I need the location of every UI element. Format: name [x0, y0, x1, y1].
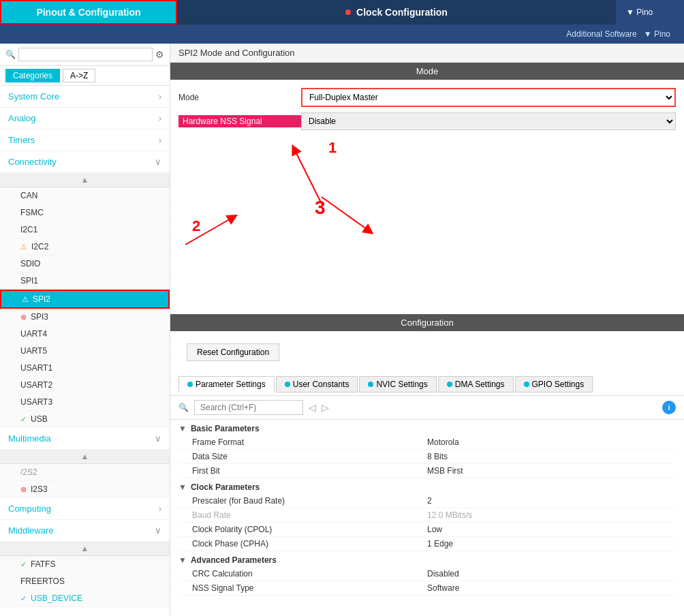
- sidebar-item-uart4[interactable]: UART4: [0, 326, 170, 343]
- search-params-icon: 🔍: [178, 403, 189, 412]
- sidebar-item-sdio[interactable]: SDIO: [0, 256, 170, 273]
- sub-bar: Additional Software ▼ Pino: [0, 25, 684, 44]
- info-circle-icon[interactable]: i: [662, 401, 676, 414]
- sidebar-item-usb[interactable]: ✓ USB: [0, 411, 170, 428]
- i2c1-label: I2C1: [20, 225, 37, 234]
- param-settings-dot: [187, 382, 193, 387]
- sdio-label: SDIO: [20, 259, 40, 268]
- first-bit-label: First Bit: [192, 466, 427, 476]
- clock-params-header[interactable]: ▼ Clock Parameters: [178, 478, 676, 494]
- params-search-input[interactable]: [194, 400, 303, 415]
- mode-select[interactable]: Full-Duplex Master Half-Duplex Master Re…: [302, 89, 674, 106]
- scroll-up-multimedia[interactable]: ▲: [0, 450, 170, 464]
- tab-param-settings-label: Parameter Settings: [196, 380, 266, 389]
- main-layout: 🔍 ⚙ Categories A->Z System Core › Analog…: [0, 44, 684, 616]
- sidebar-item-can[interactable]: CAN: [0, 187, 170, 204]
- connectivity-arrow: ∨: [155, 157, 161, 167]
- arrow-3-svg: [301, 176, 383, 245]
- spi2-warn-icon: ⚠: [22, 295, 29, 304]
- sub-bar-arrow: ▼ Pino: [644, 29, 670, 39]
- sidebar-item-usart1[interactable]: USART1: [0, 360, 170, 377]
- nss-signal-value: Software: [427, 583, 662, 593]
- reset-config-button[interactable]: Reset Configuration: [187, 343, 279, 361]
- top-bar-right[interactable]: ▼ Pino: [616, 0, 684, 25]
- first-bit-value: MSB First: [427, 466, 662, 476]
- sidebar-item-usb-device[interactable]: ✓ USB_DEVICE: [0, 590, 170, 607]
- baud-rate-label: Baud Rate: [192, 510, 427, 520]
- cpha-label: Clock Phase (CPHA): [192, 539, 427, 549]
- tab-parameter-settings[interactable]: Parameter Settings: [178, 376, 275, 392]
- tab-bar: Parameter Settings User Constants NVIC S…: [170, 373, 684, 396]
- param-row-crc: CRC Calculation Disabled: [178, 567, 676, 581]
- scroll-up-connectivity[interactable]: ▲: [0, 173, 170, 187]
- tab-az[interactable]: A->Z: [63, 69, 95, 82]
- sidebar-item-i2s2[interactable]: /2S2: [0, 464, 170, 481]
- analog-label: Analog: [8, 113, 35, 123]
- nss-select[interactable]: Disable Enable: [301, 112, 676, 130]
- tab-user-constants[interactable]: User Constants: [276, 376, 358, 392]
- fatfs-label: FATFS: [31, 559, 55, 569]
- spi3-error-icon: ⊗: [20, 313, 27, 322]
- mode-section-header: Mode: [170, 63, 684, 80]
- basic-params-header[interactable]: ▼ Basic Parameters: [178, 420, 676, 435]
- cpol-label: Clock Polarity (CPOL): [192, 525, 427, 534]
- tab-dma-label: DMA Settings: [455, 380, 505, 389]
- config-section-header: Configuration: [170, 314, 684, 331]
- param-row-prescaler: Prescaler (for Baud Rate) 2: [178, 494, 676, 508]
- next-result-icon[interactable]: ▷: [322, 402, 329, 413]
- advanced-params-header[interactable]: ▼ Advanced Parameters: [178, 551, 676, 567]
- sidebar-item-i2c1[interactable]: I2C1: [0, 221, 170, 238]
- gpio-dot: [524, 382, 529, 387]
- timers-arrow: ›: [159, 135, 161, 145]
- sidebar-item-i2c2[interactable]: ⚠ I2C2: [0, 238, 170, 256]
- spi1-label: SPI1: [20, 276, 38, 286]
- sidebar-item-freertos[interactable]: FREERTOS: [0, 573, 170, 590]
- mode-form-row: Mode Full-Duplex Master Half-Duplex Mast…: [178, 88, 676, 107]
- gear-icon[interactable]: ⚙: [155, 49, 164, 60]
- prev-result-icon[interactable]: ◁: [309, 402, 316, 413]
- prescaler-value: 2: [427, 496, 662, 506]
- sidebar-item-connectivity[interactable]: Connectivity ∨: [0, 151, 170, 173]
- scroll-up-middleware[interactable]: ▲: [0, 542, 170, 556]
- sidebar-item-i2s3[interactable]: ⊗ I2S3: [0, 481, 170, 498]
- sidebar-item-system-core[interactable]: System Core ›: [0, 86, 170, 108]
- frame-format-label: Frame Format: [192, 437, 427, 447]
- param-row-data-size: Data Size 8 Bits: [178, 450, 676, 464]
- clock-config-label: Clock Configuration: [356, 7, 448, 18]
- search-input[interactable]: [18, 48, 153, 61]
- sidebar-item-uart5[interactable]: UART5: [0, 343, 170, 360]
- freertos-label: FREERTOS: [20, 576, 65, 586]
- sidebar-item-fsmc[interactable]: FSMC: [0, 204, 170, 221]
- mode-select-wrapper: Full-Duplex Master Half-Duplex Master Re…: [301, 88, 676, 107]
- tab-nvic-settings[interactable]: NVIC Settings: [359, 376, 436, 392]
- sidebar-item-multimedia[interactable]: Multimedia ∨: [0, 428, 170, 450]
- params-search-bar: 🔍 ◁ ▷ i: [170, 396, 684, 420]
- param-row-first-bit: First Bit MSB First: [178, 464, 676, 478]
- frame-format-value: Motorola: [427, 437, 662, 447]
- advanced-params-label: Advanced Parameters: [191, 555, 277, 565]
- timers-label: Timers: [8, 135, 35, 145]
- spi3-label: SPI3: [31, 312, 48, 322]
- usart1-label: USART1: [20, 363, 52, 373]
- sidebar-item-spi1[interactable]: SPI1: [0, 273, 170, 290]
- pinout-config-tab[interactable]: Pinout & Configuration: [0, 0, 177, 25]
- usb-device-label: USB_DEVICE: [31, 594, 82, 603]
- sidebar-item-middleware[interactable]: Middleware ∨: [0, 520, 170, 542]
- annotation-area: 1 2 3: [178, 136, 676, 306]
- sidebar-item-spi3[interactable]: ⊗ SPI3: [0, 309, 170, 326]
- sidebar-item-spi2[interactable]: ⚠ SPI2: [0, 290, 170, 309]
- tab-dma-settings[interactable]: DMA Settings: [438, 376, 514, 392]
- sidebar-item-computing[interactable]: Computing ›: [0, 498, 170, 520]
- multimedia-arrow: ∨: [155, 433, 161, 444]
- data-size-value: 8 Bits: [427, 452, 662, 461]
- sidebar-item-analog[interactable]: Analog ›: [0, 108, 170, 129]
- sidebar-item-usart3[interactable]: USART3: [0, 394, 170, 411]
- sidebar-tabs: Categories A->Z: [0, 66, 170, 86]
- sidebar-item-fatfs[interactable]: ✓ FATFS: [0, 556, 170, 573]
- tab-gpio-settings[interactable]: GPIO Settings: [515, 376, 593, 392]
- sidebar-item-timers[interactable]: Timers ›: [0, 129, 170, 151]
- sidebar-item-usart2[interactable]: USART2: [0, 377, 170, 394]
- tab-categories[interactable]: Categories: [5, 69, 60, 82]
- clock-config-tab[interactable]: Clock Configuration: [177, 0, 616, 25]
- advanced-params-collapse-icon: ▼: [178, 555, 187, 565]
